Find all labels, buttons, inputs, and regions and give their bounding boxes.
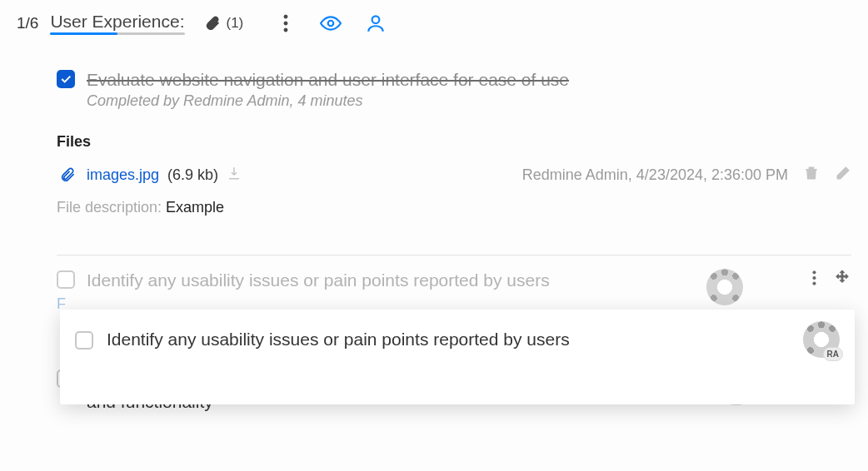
- svg-point-0: [284, 15, 287, 18]
- svg-point-6: [813, 277, 816, 280]
- file-name-link[interactable]: images.jpg: [87, 166, 159, 184]
- download-icon[interactable]: [227, 166, 242, 185]
- file-meta-text: Redmine Admin, 4/23/2024, 2:36:00 PM: [522, 166, 788, 184]
- checklist-item-ghost: Identify any usability issues or pain po…: [57, 269, 851, 291]
- file-description-label: File description:: [57, 199, 166, 216]
- checklist-item-title: Evaluate website navigation and user int…: [87, 68, 851, 91]
- title-underline-progress: [50, 32, 117, 35]
- checklist-item-completed: Evaluate website navigation and user int…: [57, 68, 851, 110]
- eye-icon[interactable]: [320, 12, 342, 34]
- avatar-initials: RA: [823, 347, 843, 361]
- checklist-header: 1/6 User Experience: (1): [17, 3, 851, 52]
- files-section: Files images.jpg (6.9 kb) Redmine Admin,…: [57, 133, 851, 216]
- svg-point-4: [372, 16, 380, 23]
- checkbox-unchecked[interactable]: [57, 270, 75, 289]
- more-menu-button[interactable]: [275, 12, 297, 34]
- person-icon[interactable]: [365, 12, 387, 34]
- checkbox-checked[interactable]: [57, 70, 75, 88]
- file-row: images.jpg (6.9 kb) Redmine Admin, 4/23/…: [57, 162, 851, 187]
- more-icon[interactable]: [812, 270, 816, 290]
- paperclip-icon: [57, 164, 78, 186]
- checklist-item-title: Identify any usability issues or pain po…: [107, 328, 790, 350]
- divider: [57, 255, 851, 255]
- file-size: (6.9 kb): [167, 166, 218, 184]
- file-description: File description: Example: [57, 199, 851, 216]
- files-heading: Files: [57, 133, 851, 151]
- checklist-item-title: Identify any usability issues or pain po…: [87, 269, 550, 291]
- paperclip-icon: [202, 12, 223, 34]
- section-title[interactable]: User Experience:: [50, 12, 184, 35]
- attachment-indicator[interactable]: (1): [202, 12, 244, 34]
- svg-point-7: [813, 282, 816, 285]
- svg-point-5: [813, 271, 816, 274]
- checklist-item-dragging[interactable]: Identify any usability issues or pain po…: [60, 310, 855, 404]
- file-description-value: Example: [166, 199, 224, 216]
- progress-counter: 1/6: [17, 14, 38, 32]
- checklist-item-meta: Completed by Redmine Admin, 4 minutes: [87, 92, 851, 110]
- svg-point-3: [328, 21, 334, 27]
- attachment-count: (1): [227, 15, 244, 32]
- drag-handle-icon[interactable]: [833, 269, 851, 290]
- svg-point-1: [284, 22, 287, 25]
- section-title-text: User Experience:: [50, 12, 184, 31]
- avatar: RA: [803, 321, 840, 358]
- svg-point-2: [284, 28, 287, 32]
- trash-icon[interactable]: [803, 165, 820, 186]
- edit-icon[interactable]: [835, 165, 851, 186]
- checkbox-unchecked[interactable]: [75, 331, 93, 350]
